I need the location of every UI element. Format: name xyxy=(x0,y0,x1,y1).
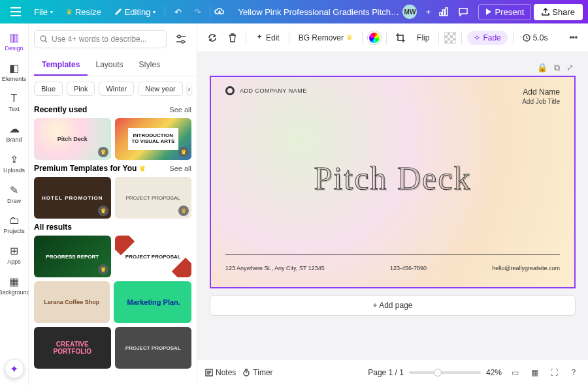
cloud-sync-icon[interactable] xyxy=(214,8,231,16)
more-button[interactable]: ••• xyxy=(565,31,581,45)
rail-uploads[interactable]: ⇪Uploads xyxy=(0,149,29,177)
tab-styles[interactable]: Styles xyxy=(131,55,169,76)
bg-remover-button[interactable]: BG Remover ♛ xyxy=(295,31,357,45)
user-avatar[interactable]: MW xyxy=(402,5,417,19)
edit-button[interactable]: Edit xyxy=(252,31,284,45)
svg-point-11 xyxy=(182,40,184,43)
rail-background[interactable]: ▦Background xyxy=(0,271,29,300)
rail-apps[interactable]: ⊞Apps xyxy=(0,241,29,269)
slide-name[interactable]: Add Name xyxy=(523,87,560,97)
search-icon xyxy=(40,35,48,43)
comment-button[interactable] xyxy=(459,7,476,16)
svg-point-10 xyxy=(178,35,180,38)
see-all-recent[interactable]: See all xyxy=(169,106,191,114)
slide-company[interactable]: ADD COMPANY NAME xyxy=(240,87,307,94)
template-thumb[interactable]: Pitch Deck♛ xyxy=(34,118,111,160)
slide-divider xyxy=(225,254,560,254)
slide-canvas[interactable]: ADD COMPANY NAME Add Name Add Job Title … xyxy=(210,76,576,288)
chips-scroll-right[interactable]: › xyxy=(187,82,191,95)
slide-logo[interactable] xyxy=(225,86,235,95)
resize-menu[interactable]: ♛Resize xyxy=(61,5,106,20)
menu-hamburger[interactable] xyxy=(5,7,26,16)
template-thumb[interactable]: PROGRESS REPORT♛ xyxy=(34,236,111,277)
duplicate-icon[interactable]: ⧉ xyxy=(554,63,560,73)
template-thumb[interactable]: CREATIVE PORTFOLIO xyxy=(34,327,111,369)
add-page-button[interactable]: + Add page xyxy=(210,295,576,316)
fade-button[interactable]: ✧Fade xyxy=(467,31,507,45)
help-icon[interactable]: ？ xyxy=(567,367,580,378)
draw-icon: ✎ xyxy=(10,184,18,196)
notes-button[interactable]: Notes xyxy=(205,368,236,377)
chip-newyear[interactable]: New year xyxy=(138,82,182,96)
rail-brand[interactable]: ☁Brand xyxy=(0,119,29,147)
slide-title[interactable]: Pitch Deck xyxy=(314,159,472,197)
template-thumb[interactable]: PROJECT PROPOSAL xyxy=(115,327,192,369)
redo-button[interactable]: ↷ xyxy=(189,7,206,17)
transparency-button[interactable] xyxy=(444,32,456,44)
chip-winter[interactable]: Winter xyxy=(99,82,134,96)
add-collaborator-button[interactable]: ＋ xyxy=(419,6,436,18)
crown-icon: ♛ xyxy=(139,164,146,172)
slide-view-icon[interactable]: ▭ xyxy=(508,368,521,377)
template-thumb[interactable]: PROJECT PROPOSAL xyxy=(115,236,192,277)
file-menu[interactable]: File▾ xyxy=(29,5,58,20)
sync-button[interactable] xyxy=(204,31,221,45)
crop-button[interactable] xyxy=(392,31,409,45)
canvas-toolbar: Edit BG Remover ♛ Flip ✧Fade 5.0s ••• xyxy=(197,23,588,52)
template-thumb[interactable]: HOTEL PROMOTION♛ xyxy=(34,177,111,219)
brand-icon: ☁ xyxy=(9,123,20,135)
crown-icon: ♛ xyxy=(66,8,73,16)
rail-elements[interactable]: ◧Elements xyxy=(0,58,29,86)
document-title[interactable]: Yellow Pink Professional Gradients Pitch… xyxy=(234,7,400,17)
rail-design[interactable]: ▥Design xyxy=(0,27,29,55)
svg-rect-4 xyxy=(443,10,445,16)
present-button[interactable]: Present xyxy=(478,4,531,20)
analytics-button[interactable] xyxy=(439,7,456,16)
rail-projects[interactable]: 🗀Projects xyxy=(0,211,29,238)
zoom-slider[interactable] xyxy=(409,371,481,374)
template-thumb[interactable]: PROJECT PROPOSAL♛ xyxy=(115,177,192,219)
chip-blue[interactable]: Blue xyxy=(34,82,63,96)
grid-view-icon[interactable]: ▦ xyxy=(528,368,541,377)
search-input[interactable]: Use 4+ words to describe... xyxy=(34,30,167,48)
tab-templates[interactable]: Templates xyxy=(34,55,88,76)
recent-heading: Recently used xyxy=(34,105,87,114)
delete-button[interactable] xyxy=(225,31,240,45)
slide-job[interactable]: Add Job Title xyxy=(522,98,560,105)
sparkle-icon: ✧ xyxy=(474,33,480,42)
template-thumb[interactable]: INTRODUCTION TO VISUAL ARTS♛ xyxy=(115,118,192,160)
lock-icon[interactable]: 🔒 xyxy=(537,63,547,73)
timer-icon xyxy=(242,369,250,377)
top-toolbar: File▾ ♛Resize Editing▾ ↶ ↷ Yellow Pink P… xyxy=(0,0,588,23)
magic-button[interactable]: ✦ xyxy=(5,359,24,378)
sliders-icon xyxy=(176,35,186,44)
chip-pink[interactable]: Pink xyxy=(67,82,95,96)
timer-button[interactable]: Timer xyxy=(242,368,272,377)
background-icon: ▦ xyxy=(9,275,19,288)
undo-button[interactable]: ↶ xyxy=(169,7,186,17)
editing-menu[interactable]: Editing▾ xyxy=(109,5,161,20)
fullscreen-icon[interactable]: ⛶ xyxy=(547,368,561,377)
rail-draw[interactable]: ✎Draw xyxy=(0,180,29,208)
template-thumb[interactable]: Larana Coffee Shop xyxy=(34,281,110,323)
see-all-premium[interactable]: See all xyxy=(169,164,191,172)
color-picker[interactable] xyxy=(368,31,381,44)
notes-icon xyxy=(205,369,213,377)
slide-phone[interactable]: 123-456-7890 xyxy=(390,265,427,271)
crown-icon: ♛ xyxy=(346,33,353,42)
expand-icon[interactable]: ⤢ xyxy=(566,63,574,73)
filter-button[interactable] xyxy=(171,29,191,50)
rail-text[interactable]: TText xyxy=(0,89,29,116)
slide-address[interactable]: 123 Anywhere St., Any City, ST 12345 xyxy=(225,265,325,271)
duration-button[interactable]: 5.0s xyxy=(519,31,552,45)
svg-rect-3 xyxy=(440,12,442,16)
svg-point-6 xyxy=(41,36,46,41)
flip-button[interactable]: Flip xyxy=(413,31,433,45)
bottom-bar: Notes Timer Page 1 / 1 42% ▭ ▦ ⛶ ？ xyxy=(197,359,588,385)
slide-email[interactable]: hello@reallygreatsite.com xyxy=(492,265,560,271)
tab-layouts[interactable]: Layouts xyxy=(88,55,131,76)
canvas-area: Edit BG Remover ♛ Flip ✧Fade 5.0s ••• 🔒 … xyxy=(197,23,588,385)
template-thumb[interactable]: Marketing Plan. xyxy=(114,281,192,323)
pencil-icon xyxy=(114,8,122,16)
share-button[interactable]: Share xyxy=(534,4,583,20)
